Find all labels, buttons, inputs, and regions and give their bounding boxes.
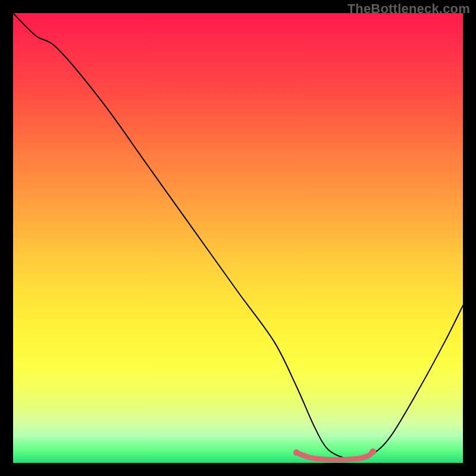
plot-area bbox=[13, 13, 463, 463]
chart-frame: TheBottleneck.com bbox=[0, 0, 476, 476]
trough-marker bbox=[296, 452, 373, 460]
curve-line bbox=[13, 13, 463, 459]
trough-end-dot bbox=[369, 449, 376, 455]
trough-end-dot bbox=[293, 449, 300, 456]
chart-svg bbox=[13, 13, 463, 463]
